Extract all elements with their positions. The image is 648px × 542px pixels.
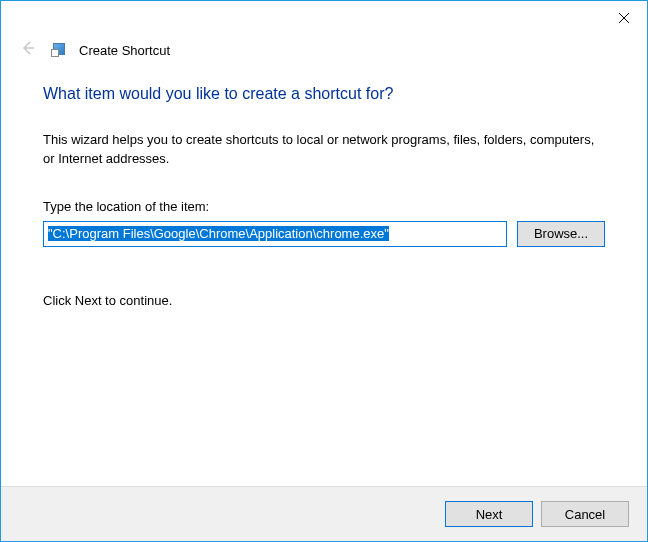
wizard-description: This wizard helps you to create shortcut… bbox=[43, 131, 605, 169]
content-area: What item would you like to create a sho… bbox=[1, 67, 647, 486]
footer: Next Cancel bbox=[1, 486, 647, 541]
back-arrow-icon bbox=[19, 39, 37, 61]
shortcut-icon bbox=[51, 43, 65, 57]
input-row: "C:\Program Files\Google\Chrome\Applicat… bbox=[43, 221, 605, 247]
next-button[interactable]: Next bbox=[445, 501, 533, 527]
cancel-button[interactable]: Cancel bbox=[541, 501, 629, 527]
location-input-value: "C:\Program Files\Google\Chrome\Applicat… bbox=[48, 226, 389, 241]
close-icon bbox=[619, 13, 629, 23]
browse-button[interactable]: Browse... bbox=[517, 221, 605, 247]
titlebar bbox=[1, 1, 647, 33]
main-heading: What item would you like to create a sho… bbox=[43, 85, 605, 103]
continue-text: Click Next to continue. bbox=[43, 293, 605, 308]
wizard-title: Create Shortcut bbox=[79, 43, 170, 58]
location-input[interactable]: "C:\Program Files\Google\Chrome\Applicat… bbox=[43, 221, 507, 247]
wizard-header: Create Shortcut bbox=[1, 33, 647, 67]
close-button[interactable] bbox=[601, 3, 647, 33]
location-label: Type the location of the item: bbox=[43, 199, 605, 214]
